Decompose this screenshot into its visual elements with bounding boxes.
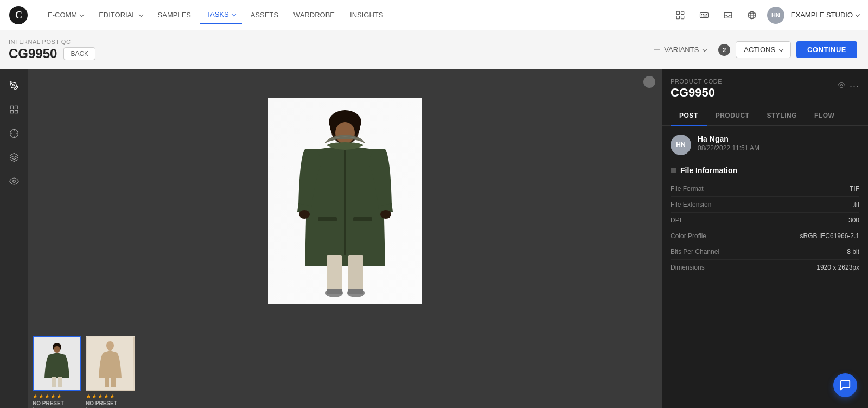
settings-icon-btn[interactable]: [672, 7, 689, 24]
user-avatar-nav[interactable]: HN: [767, 7, 784, 24]
file-info-row: Dimensions 1920 x 2623px: [671, 260, 859, 275]
info-value-color-profile: sRGB IEC61966-2.1: [800, 232, 859, 240]
nav-items: E-COMM EDITORIAL SAMPLES TASKS ASSETS WA…: [41, 6, 672, 24]
info-value-bits: 8 bit: [847, 248, 859, 256]
thumbnail-image[interactable]: [86, 336, 135, 391]
actions-button[interactable]: ACTIONS: [736, 41, 791, 58]
file-info-row: File Extension .tif: [671, 197, 859, 213]
tab-product[interactable]: PRODUCT: [707, 106, 758, 126]
pen-tool-icon: [9, 81, 19, 91]
top-navigation: C E-COMM EDITORIAL SAMPLES TASKS ASSETS …: [0, 0, 868, 30]
studio-name[interactable]: EXAMPLE STUDIO: [791, 11, 859, 19]
nav-item-samples[interactable]: SAMPLES: [151, 7, 197, 23]
panel-content: HN Ha Ngan 08/22/2022 11:51 AM File Info…: [662, 126, 868, 408]
subheader-left: INTERNAL POST QC CG9950 BACK: [9, 39, 95, 61]
svg-point-40: [335, 122, 355, 144]
svg-point-43: [299, 210, 310, 219]
tab-flow[interactable]: FLOW: [806, 106, 843, 126]
eye-tool-icon: [9, 176, 19, 186]
info-label-file-format: File Format: [671, 185, 704, 193]
settings-icon: [675, 10, 685, 20]
nav-item-insights[interactable]: INSIGHTS: [343, 7, 390, 23]
svg-point-55: [54, 346, 60, 353]
svg-rect-6: [700, 12, 708, 17]
globe-icon-btn[interactable]: [743, 7, 761, 24]
more-options-button[interactable]: ···: [850, 80, 859, 92]
file-info-section-header: File Information: [671, 166, 859, 175]
svg-rect-57: [58, 377, 62, 387]
eye-tool-button[interactable]: [4, 171, 24, 191]
tab-post[interactable]: POST: [671, 106, 707, 126]
nav-item-tasks[interactable]: TASKS: [200, 6, 242, 24]
svg-point-44: [380, 210, 391, 219]
chevron-icon: [80, 12, 84, 16]
globe-icon: [747, 10, 757, 20]
eye-panel-button[interactable]: [838, 81, 845, 91]
thumb-image-dark: [34, 337, 80, 390]
variants-count-badge: 2: [718, 44, 730, 56]
variants-button[interactable]: VARIANTS: [647, 42, 713, 57]
nav-item-assets[interactable]: ASSETS: [244, 7, 285, 23]
svg-marker-32: [10, 154, 18, 158]
user-name: Ha Ngan: [698, 135, 760, 143]
subheader-title: CG9950: [9, 46, 57, 61]
crosshair-tool-button[interactable]: [4, 124, 24, 143]
chevron-icon: [138, 12, 143, 16]
tab-styling[interactable]: STYLING: [758, 106, 806, 126]
nav-item-wardrobe[interactable]: WARDROBE: [287, 7, 341, 23]
info-value-file-format: TIF: [850, 185, 859, 193]
svg-point-33: [13, 180, 16, 183]
thumbnail-item[interactable]: ★★★★★ NO PRESET f22_03_a05_75474...: [33, 336, 81, 408]
product-code-value: CG9950: [671, 86, 722, 100]
thumbnail-item[interactable]: ★★★★★ NO PRESET f22_07_a01_10406...: [86, 336, 135, 408]
svg-rect-23: [10, 106, 13, 109]
subheader-label: INTERNAL POST QC: [9, 39, 95, 45]
svg-rect-61: [105, 377, 109, 387]
panel-header-icons: ···: [838, 80, 859, 92]
file-info-table: File Format TIF File Extension .tif DPI …: [671, 181, 859, 275]
svg-rect-56: [52, 377, 56, 387]
svg-rect-51: [318, 217, 337, 221]
grid-tool-icon: [9, 105, 19, 114]
back-button[interactable]: BACK: [63, 47, 95, 60]
info-label-file-extension: File Extension: [671, 201, 711, 208]
continue-button[interactable]: CONTINUE: [796, 41, 857, 58]
grid-tool-button[interactable]: [4, 100, 24, 119]
thumbnail-strip: ★★★★★ NO PRESET f22_03_a05_75474...: [28, 332, 662, 408]
info-label-color-profile: Color Profile: [671, 232, 706, 240]
pen-tool-button[interactable]: [4, 76, 24, 95]
info-label-dimensions: Dimensions: [671, 264, 705, 271]
thumbnail-preset: NO PRESET: [86, 400, 135, 406]
actions-chevron-icon: [779, 47, 783, 51]
canvas-area: ★★★★★ NO PRESET f22_03_a05_75474...: [28, 69, 662, 408]
product-code-label: PRODUCT CODE: [671, 78, 722, 85]
nav-item-ecomm[interactable]: E-COMM: [41, 7, 90, 23]
inbox-icon-btn[interactable]: [719, 7, 737, 24]
user-avatar-panel: HN: [671, 135, 691, 155]
product-info: PRODUCT CODE CG9950: [671, 78, 722, 100]
svg-rect-45: [327, 255, 342, 293]
thumbnail-meta: ★★★★★ NO PRESET f22_03_a05_75474...: [33, 391, 81, 408]
main-image-container[interactable]: [268, 98, 422, 304]
info-value-dpi: 300: [848, 216, 859, 224]
app-logo[interactable]: C: [9, 5, 28, 25]
svg-rect-52: [353, 217, 372, 221]
thumbnail-image[interactable]: [33, 336, 81, 391]
info-label-bits: Bits Per Channel: [671, 248, 719, 256]
file-info-row: File Format TIF: [671, 181, 859, 197]
nav-item-editorial[interactable]: EDITORIAL: [92, 7, 149, 23]
svg-rect-50: [348, 289, 363, 294]
layers-tool-icon: [9, 152, 19, 162]
variants-chevron-icon: [703, 47, 707, 51]
nav-right: HN EXAMPLE STUDIO: [672, 7, 859, 24]
file-info-row: Bits Per Channel 8 bit: [671, 244, 859, 260]
info-value-file-extension: .tif: [852, 201, 859, 208]
user-details: Ha Ngan 08/22/2022 11:51 AM: [698, 135, 760, 152]
brightness-indicator: [643, 76, 655, 88]
chat-fab-button[interactable]: [833, 373, 857, 397]
keyboard-icon-btn[interactable]: [695, 7, 713, 24]
info-value-dimensions: 1920 x 2623px: [816, 264, 859, 271]
section-title: File Information: [680, 166, 737, 175]
image-viewer[interactable]: [28, 69, 662, 332]
layers-tool-button[interactable]: [4, 148, 24, 167]
